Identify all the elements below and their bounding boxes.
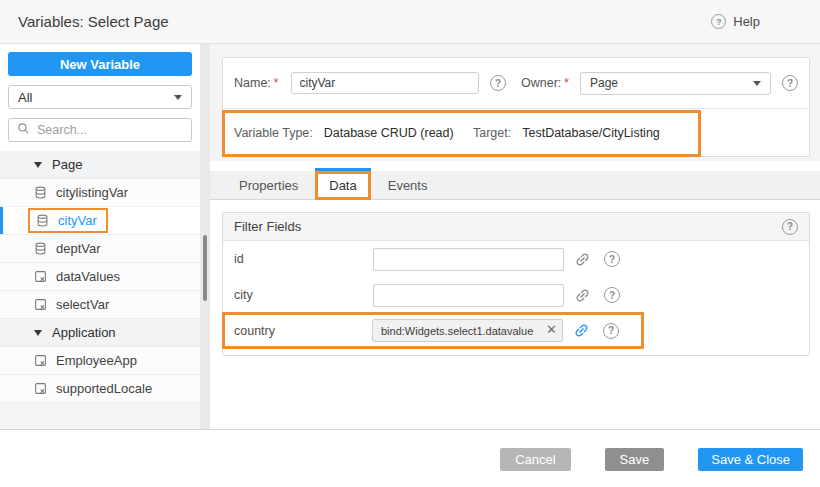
save-and-close-button[interactable]: Save & Close <box>698 448 803 471</box>
variable-icon <box>34 270 47 283</box>
filter-field-label: city <box>234 288 373 302</box>
filter-fields-panel: Filter Fields ? id ? city <box>222 212 810 356</box>
database-icon <box>36 214 49 227</box>
required-asterisk: * <box>274 76 279 90</box>
tree-item-citylistingvar[interactable]: citylistingVar <box>0 179 200 207</box>
tree-item-datavalues[interactable]: dataValues <box>0 263 200 291</box>
search-box <box>8 118 192 142</box>
filter-input-wrap <box>373 284 564 307</box>
bind-link-icon-active[interactable] <box>569 318 593 342</box>
tree-filler <box>0 403 200 429</box>
filter-row-country: country ✕ ? <box>222 312 644 349</box>
collapse-arrow-icon <box>34 162 42 168</box>
dialog-footer: Cancel Save Save & Close <box>0 429 820 487</box>
help-label: Help <box>733 14 760 29</box>
variable-icon <box>34 298 47 311</box>
filter-row-id: id ? <box>223 241 809 277</box>
name-help-icon[interactable]: ? <box>490 75 506 91</box>
tree-item-label: dataValues <box>56 269 120 284</box>
tree-section-application[interactable]: Application <box>0 319 200 347</box>
tree-section-page[interactable]: Page <box>0 151 200 179</box>
tree-item-label: selectVar <box>56 297 109 312</box>
bind-link-icon[interactable] <box>570 283 594 307</box>
field-help-icon[interactable]: ? <box>604 287 620 303</box>
variable-filter-value: All <box>18 90 32 105</box>
tree-section-label: Application <box>52 325 116 340</box>
country-field-input[interactable] <box>372 319 563 342</box>
target-value: TestDatabase/CityListing <box>522 126 660 140</box>
tab-properties[interactable]: Properties <box>222 171 315 199</box>
variables-sidebar: New Variable All Page citylistingVar <box>0 44 200 429</box>
variable-type-group: Variable Type: Database CRUD (read) <box>234 126 473 140</box>
variable-icon <box>34 382 47 395</box>
city-field-input[interactable] <box>373 284 564 307</box>
name-input[interactable] <box>291 72 480 94</box>
tree-item-deptvar[interactable]: deptVar <box>0 235 200 263</box>
search-icon <box>17 121 30 139</box>
tree-item-supportedlocale[interactable]: supportedLocale <box>0 375 200 403</box>
tab-bar: Properties Data Events <box>210 171 820 200</box>
owner-label: Owner:* <box>521 76 569 90</box>
required-asterisk: * <box>564 76 569 90</box>
owner-value: Page <box>590 76 618 90</box>
cancel-button[interactable]: Cancel <box>500 448 570 471</box>
tree-item-selectvar[interactable]: selectVar <box>0 291 200 319</box>
variable-summary-area: Name:* ? Owner:* Page ? Va <box>210 44 820 161</box>
dialog-header: Variables: Select Page ? Help <box>0 0 820 44</box>
save-button[interactable]: Save <box>605 448 665 471</box>
scrollbar-thumb[interactable] <box>203 235 207 301</box>
highlight-box: cityVar <box>28 208 108 233</box>
filter-row-city: city ? <box>223 277 809 313</box>
owner-group: Owner:* Page ? <box>521 72 798 95</box>
filter-fields-title: Filter Fields <box>234 219 301 234</box>
data-tab-content: Filter Fields ? id ? city <box>210 200 820 356</box>
tree-item-employeeapp[interactable]: EmployeeApp <box>0 347 200 375</box>
database-icon <box>34 242 47 255</box>
tree-item-cityvar[interactable]: cityVar <box>0 207 200 235</box>
page-title: Variables: Select Page <box>18 13 169 30</box>
bind-link-icon[interactable] <box>570 247 594 271</box>
variable-type-label: Variable Type: <box>234 126 313 140</box>
owner-dropdown[interactable]: Page <box>580 72 771 95</box>
new-variable-button[interactable]: New Variable <box>8 52 192 76</box>
search-input[interactable] <box>37 123 177 137</box>
tree-item-label: citylistingVar <box>56 185 128 200</box>
filter-fields-help-icon[interactable]: ? <box>782 219 798 235</box>
tab-events[interactable]: Events <box>371 171 445 199</box>
tree-item-label: deptVar <box>56 241 101 256</box>
tab-data[interactable]: Data <box>315 171 370 200</box>
collapse-arrow-icon <box>34 330 42 336</box>
variable-type-value: Database CRUD (read) <box>324 126 454 140</box>
name-label: Name:* <box>234 76 279 90</box>
scrollbar-track <box>200 44 210 429</box>
target-label: Target: <box>473 126 511 140</box>
filter-field-label: country <box>234 324 372 338</box>
filter-input-wrap: ✕ <box>372 319 563 342</box>
field-help-icon[interactable]: ? <box>604 251 620 267</box>
variable-icon <box>34 354 47 367</box>
selected-indicator <box>0 207 3 234</box>
filter-field-label: id <box>234 252 373 266</box>
filter-input-wrap <box>373 248 564 271</box>
variable-filter-dropdown[interactable]: All <box>8 85 192 109</box>
chevron-down-icon <box>753 81 761 86</box>
filter-fields-header: Filter Fields ? <box>223 213 809 241</box>
tree-item-label: cityVar <box>58 213 97 228</box>
variable-summary-panel: Name:* ? Owner:* Page ? Va <box>222 57 810 157</box>
name-owner-row: Name:* ? Owner:* Page ? <box>223 58 809 108</box>
target-group: Target: TestDatabase/CityListing <box>473 126 660 140</box>
variables-dialog: Variables: Select Page ? Help New Variab… <box>0 0 820 487</box>
variable-detail-pane: Name:* ? Owner:* Page ? Va <box>210 44 820 429</box>
tree-section-label: Page <box>52 157 82 172</box>
owner-help-icon[interactable]: ? <box>782 75 798 91</box>
help-button[interactable]: ? Help <box>711 14 760 29</box>
field-help-icon[interactable]: ? <box>603 323 619 339</box>
help-icon: ? <box>711 14 726 29</box>
chevron-down-icon <box>174 95 182 100</box>
variables-tree: Page citylistingVar cityVar <box>0 151 200 429</box>
id-field-input[interactable] <box>373 248 564 271</box>
tree-item-label: supportedLocale <box>56 381 152 396</box>
variable-type-row: Variable Type: Database CRUD (read) Targ… <box>223 108 809 157</box>
database-icon <box>34 186 47 199</box>
clear-binding-icon[interactable]: ✕ <box>546 323 557 336</box>
